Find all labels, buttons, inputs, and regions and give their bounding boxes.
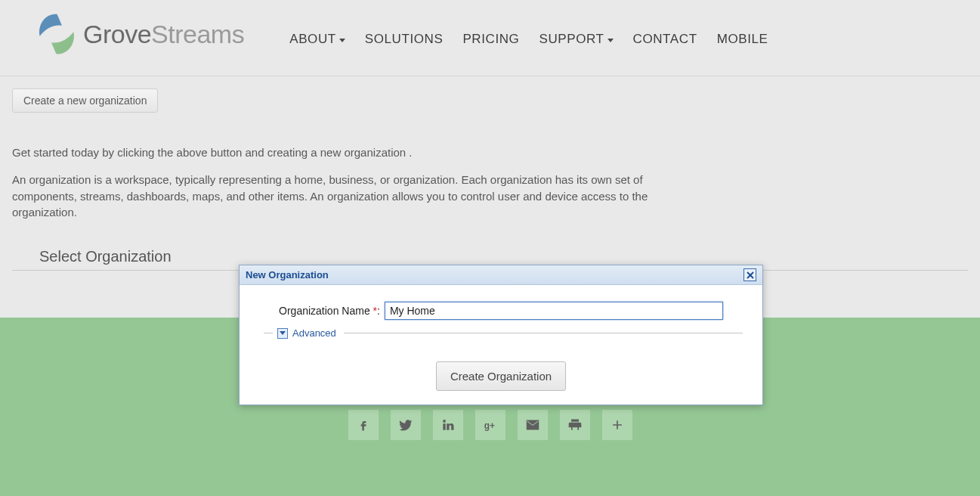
create-organization-submit[interactable]: Create Organization [436,361,566,391]
dialog-titlebar[interactable]: New Organization [240,265,762,285]
new-organization-dialog: New Organization Organization Name *: Ad… [239,265,763,405]
divider [344,333,743,333]
nav-pricing[interactable]: PRICING [462,32,519,47]
logo-text-part1: Grove [83,20,151,48]
close-icon[interactable] [744,268,756,281]
intro-paragraph-1: Get started today by clicking the above … [12,144,669,161]
dialog-body: Organization Name *: Advanced Create Org… [240,285,762,405]
logo-text-part2: Streams [151,20,244,48]
org-name-input[interactable] [385,302,723,320]
logo-text: GroveStreams [83,20,244,49]
logo[interactable]: GroveStreams [30,8,244,60]
email-icon[interactable] [518,410,548,440]
org-name-field: Organization Name *: [259,302,743,320]
google-plus-icon[interactable]: g+ [475,410,505,440]
advanced-toggle-row: Advanced [264,327,743,339]
nav-label: SUPPORT [539,32,604,47]
more-icon[interactable] [602,410,632,440]
chevron-down-icon [280,331,286,335]
chevron-down-icon [607,39,614,42]
dialog-title: New Organization [246,269,329,281]
twitter-icon[interactable] [391,410,421,440]
org-name-label: Organization Name *: [279,305,380,317]
intro-text: Get started today by clicking the above … [12,144,669,221]
org-name-label-text: Organization Name [279,305,370,317]
nav-mobile[interactable]: MOBILE [717,32,768,47]
nav-about[interactable]: ABOUT [289,32,345,47]
nav-label: PRICING [462,32,519,47]
required-asterisk: * [370,305,377,317]
print-icon[interactable] [560,410,590,440]
chevron-down-icon [339,39,345,42]
divider [264,333,273,333]
facebook-icon[interactable] [348,410,379,440]
nav-solutions[interactable]: SOLUTIONS [365,32,444,47]
logo-icon [30,8,83,60]
nav-support[interactable]: SUPPORT [539,32,613,47]
advanced-toggle[interactable] [277,328,288,339]
social-bar: g+ [348,410,632,440]
intro-paragraph-2: An organization is a workspace, typicall… [12,172,669,221]
create-organization-button[interactable]: Create a new organization [12,88,158,113]
main-content: Create a new organization Get started to… [0,76,980,271]
linkedin-icon[interactable] [433,410,463,440]
nav-label: MOBILE [717,32,768,47]
advanced-label: Advanced [292,327,336,339]
nav: ABOUT SOLUTIONS PRICING SUPPORT CONTACT … [289,32,768,47]
dialog-actions: Create Organization [259,361,743,391]
nav-label: SOLUTIONS [365,32,444,47]
svg-text:g+: g+ [484,420,494,431]
header: GroveStreams ABOUT SOLUTIONS PRICING SUP… [0,0,980,76]
nav-contact[interactable]: CONTACT [633,32,697,47]
nav-label: ABOUT [289,32,336,47]
nav-label: CONTACT [633,32,697,47]
